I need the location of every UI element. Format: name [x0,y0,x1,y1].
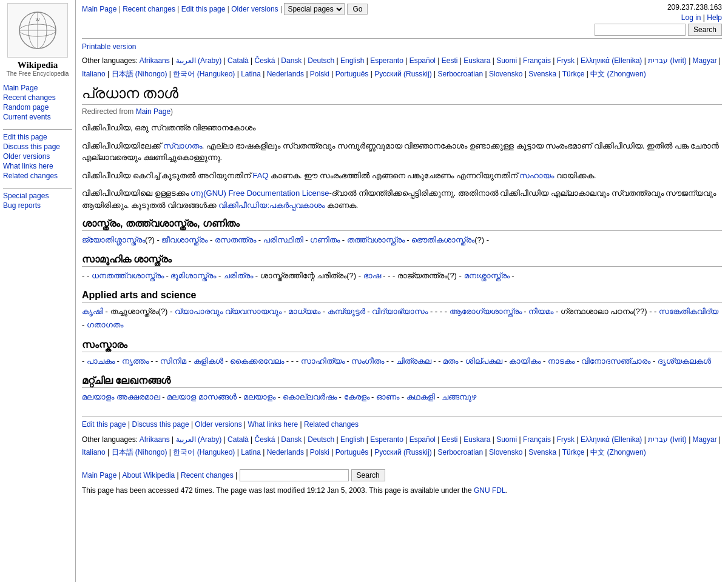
search-button[interactable]: Search [688,24,722,36]
lang-deutsch[interactable]: Deutsch [308,56,334,65]
gnu-fdl-footer-link[interactable]: GNU FDL [474,486,506,495]
lang-ceska[interactable]: Česká [255,56,275,65]
sidebar-item-edit-this-page[interactable]: Edit this page [3,132,72,142]
printable-version-link[interactable]: Printable version [82,42,136,51]
dhana-link[interactable]: ധനതത്ത്വശാസ്ത്രം [92,271,164,280]
foot-lang-zhongwen[interactable]: 中文 (Zhongwen) [590,448,645,457]
copyright-link[interactable]: വിക്കിപീഡിയ:പകർപ്പവകാശം [218,201,325,210]
sankethika-link[interactable]: സങ്കേതികവിദ്യ [659,307,718,316]
lang-esperanto[interactable]: Esperanto [370,56,403,65]
login-link[interactable]: Log in [681,13,701,22]
pari-link[interactable]: പരിസ്ഥിതി [263,235,303,244]
kollavarsham-link[interactable]: കൊല്ലവർഷം [283,392,337,401]
changampuzha-link[interactable]: ചങ്ങമ്പുഴ [442,392,476,401]
foot-lang-nihongo[interactable]: 日本語 (Nihongo) [112,448,167,457]
manas-link[interactable]: മനഃശ്ശാസ്ത്രം [464,271,510,280]
bhoomi-link[interactable]: ഭൂമിശാസ്ത്രം [170,271,216,280]
lang-greek[interactable]: Ελληνικά (Ellenika) [581,56,642,65]
lang-nihongo[interactable]: 日本語 (Nihongo) [112,70,167,78]
sidebar-item-special-pages[interactable]: Special pages [3,191,72,201]
lang-portugues[interactable]: Português [335,70,369,78]
vyaapara-link[interactable]: വ്യാപാരവും വ്യവസായവും [175,307,281,316]
lang-suomi[interactable]: Suomi [496,56,517,65]
sidebar-item-current-events[interactable]: Current events [3,112,72,122]
sidebar-item-recent-changes[interactable]: Recent changes [3,93,72,102]
lang-araby[interactable]: العربية (Araby) [176,56,222,65]
swaagatam-link[interactable]: സ്വാഗതം [163,141,202,150]
footer-main-page-link[interactable]: Main Page [82,471,116,480]
nav-main-page[interactable]: Main Page [82,5,116,13]
foot-lang-hangukeo[interactable]: 한국어 (Hangukeo) [173,448,235,457]
kayikam-link[interactable]: കായികം [509,356,541,366]
foot-lang-portugues[interactable]: Português [335,448,369,457]
vidhya-link[interactable]: വിദ്യാഭ്യാസം [372,307,428,316]
naadakam-link[interactable]: നാടകം [548,356,575,366]
footer-older-link[interactable]: Older versions [195,420,241,429]
vinoda-link[interactable]: വിനോദസഞ്ചാരം [581,356,650,366]
nav-recent-changes[interactable]: Recent changes [123,5,175,13]
shilpakala-link[interactable]: ശില്പകല [465,356,502,366]
search-input[interactable] [595,24,686,36]
footer-discuss-link[interactable]: Discuss this page [132,420,189,429]
drushya-link[interactable]: ദൃശ്യകലകൾ [658,356,711,366]
lang-euskara[interactable]: Euskara [463,56,490,65]
lang-nederlands[interactable]: Nederlands [267,70,304,78]
kathakali-link[interactable]: കഥകളി [406,392,435,401]
lang-afrikaans[interactable]: Afrikaans [140,56,170,65]
footer-edit-link[interactable]: Edit this page [82,420,126,429]
sidebar-item-bug-reports[interactable]: Bug reports [3,201,72,210]
gathagatham-link[interactable]: ഗതാഗതം [87,320,123,329]
sidebar-item-older-versions[interactable]: Older versions [3,152,72,161]
nav-edit-this-page[interactable]: Edit this page [181,5,226,13]
lang-hangukeo[interactable]: 한국어 (Hangukeo) [173,70,235,78]
foot-lang-eesti[interactable]: Eesti [442,435,458,444]
computer-link[interactable]: കമ്പ്യൂട്ടർ [328,307,365,316]
jyothi-link[interactable]: ജ്യോതിശ്ശാസ്ത്രം [82,235,145,244]
foot-lang-italiano[interactable]: Italiano [82,448,106,457]
madhyamam-link[interactable]: മാധ്യമം [288,307,320,316]
lang-catala[interactable]: Català [228,56,249,65]
bhoothika-link[interactable]: ഭൌതികശാസ്ത്രം [411,235,474,244]
lang-francais[interactable]: Français [523,56,551,65]
lang-slovensko[interactable]: Slovensko [489,70,522,78]
sidebar-item-random-page[interactable]: Random page [3,102,72,112]
lang-serbocroatian[interactable]: Serbocroatian [437,70,483,78]
lang-hebrew[interactable]: עברית (Ivrit) [648,56,687,65]
malayalam-link[interactable]: മലയാളം [243,392,275,401]
foot-lang-hebrew[interactable]: עברית (Ivrit) [648,435,687,444]
nav-older-versions[interactable]: Older versions [231,5,278,13]
kerala-link[interactable]: കേരളം [344,392,369,401]
foot-lang-polski[interactable]: Polski [310,448,329,457]
footer-search-button[interactable]: Search [351,469,385,481]
lang-russkij[interactable]: Русский (Russkij) [374,70,432,78]
krishi-link[interactable]: കൃഷി [82,307,103,316]
foot-lang-suomi[interactable]: Suomi [496,435,517,444]
lang-latina[interactable]: Latina [241,70,261,78]
charithram-link[interactable]: ചരിത്രം [223,271,253,280]
lang-dansk[interactable]: Dansk [281,56,302,65]
footer-what-links-link[interactable]: What links here [248,420,298,429]
foot-lang-svenska[interactable]: Svenska [528,448,556,457]
foot-lang-deutsch[interactable]: Deutsch [308,435,334,444]
lang-polski[interactable]: Polski [310,70,329,78]
foot-lang-russkij[interactable]: Русский (Russkij) [374,448,432,457]
lang-italiano[interactable]: Italiano [82,70,106,78]
jeeva-link[interactable]: ജീവശാസ്ത്രം [161,235,207,244]
lang-espanol[interactable]: Español [410,56,436,65]
lang-frysk[interactable]: Frysk [557,56,575,65]
foot-lang-afrikaans[interactable]: Afrikaans [140,435,170,444]
aksharamala-link[interactable]: മലയാളം അക്ഷരമാല [82,392,160,401]
foot-lang-ceska[interactable]: Česká [255,435,275,444]
lang-magyar[interactable]: Magyar [693,56,717,65]
lang-zhongwen[interactable]: 中文 (Zhongwen) [590,70,645,78]
lang-eesti[interactable]: Eesti [442,56,458,65]
special-pages-dropdown[interactable]: Special pages [284,3,345,15]
rasa-link[interactable]: രസതന്ത്രം [215,235,256,244]
lang-svenska[interactable]: Svenska [528,70,556,78]
foot-lang-slovensko[interactable]: Slovensko [489,448,522,457]
footer-search-input[interactable] [240,469,349,481]
foot-lang-espanol[interactable]: Español [410,435,436,444]
niyamam-link[interactable]: നിയമം [528,307,553,316]
nrittham-link[interactable]: നൃത്തം [122,356,149,366]
onam-link[interactable]: ഓണം [376,392,399,401]
